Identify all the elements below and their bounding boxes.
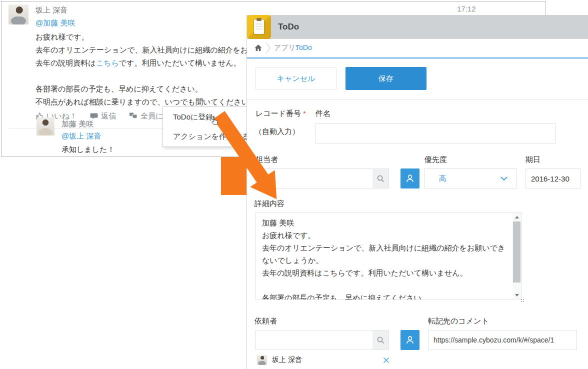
- comment-timestamp: 17:12: [457, 4, 476, 13]
- comment-target-field-box: [428, 330, 577, 350]
- detail-text: 加藤 美咲 お疲れ様です。 去年のオリエンテーションで、新入社員向けに組織の紹介…: [256, 212, 513, 300]
- requester-label: 依頼者: [254, 316, 277, 326]
- clipboard-icon: [254, 20, 264, 34]
- scrollbar-thumb[interactable]: [513, 222, 520, 282]
- resize-grip[interactable]: [520, 298, 525, 303]
- breadcrumb: アプリ: ToDo: [247, 39, 588, 58]
- assignee-label: 担当者: [256, 155, 278, 164]
- avatar: [8, 4, 28, 24]
- action-dropdown-menu: ToDoに登録 アクションを作成する: [162, 106, 248, 147]
- app-title: ToDo: [278, 22, 299, 32]
- breadcrumb-app-prefix: アプリ:: [274, 44, 298, 52]
- screen: 17:12 坂上 深音 @加藤 美咲 お疲れ様です。 去年のオリエンテーションで…: [0, 0, 588, 369]
- reply-author: 加藤 美咲: [62, 120, 94, 129]
- selected-user-name: 坂上 深音: [272, 356, 302, 364]
- kochira-link[interactable]: こちら: [96, 58, 119, 67]
- priority-select[interactable]: 高: [424, 168, 517, 188]
- person-icon: [405, 174, 415, 184]
- detail-label: 詳細内容: [254, 199, 284, 208]
- cancel-button[interactable]: キャンセル: [256, 67, 336, 90]
- divider: [247, 99, 588, 100]
- reply-all-bubbles-icon: [129, 112, 138, 120]
- record-no-value: （自動入力）: [254, 127, 300, 136]
- search-icon: [376, 174, 385, 183]
- comment-target-label: 転記先のコメント: [428, 316, 489, 326]
- requester-picker-button[interactable]: [400, 330, 420, 350]
- requester-selected-user: 坂上 深音: [257, 355, 302, 365]
- scroll-down-button[interactable]: [512, 291, 521, 299]
- post-author: 坂上 深音: [36, 6, 68, 15]
- avatar: [36, 118, 54, 136]
- comment-target-input[interactable]: [428, 330, 576, 350]
- scrollbar[interactable]: [512, 213, 521, 299]
- priority-value: 高: [439, 174, 500, 184]
- due-field-box: [526, 168, 580, 188]
- app-header: ToDo: [247, 15, 588, 39]
- assignee-input[interactable]: [256, 169, 372, 188]
- subject-input[interactable]: [316, 124, 555, 144]
- person-icon: [405, 335, 415, 345]
- menu-item-create-action[interactable]: アクションを作成する: [163, 126, 248, 146]
- search-icon: [376, 336, 385, 344]
- required-mark: *: [303, 109, 306, 118]
- subject-label: 件名: [316, 109, 330, 118]
- home-icon[interactable]: [254, 44, 262, 52]
- mention-link[interactable]: @加藤 美咲: [36, 18, 75, 28]
- breadcrumb-separator-icon: [266, 42, 271, 54]
- chevron-down-icon: [500, 176, 508, 181]
- requester-input[interactable]: [256, 330, 372, 350]
- reply-button[interactable]: 返信: [90, 112, 116, 121]
- scroll-up-button[interactable]: [512, 213, 521, 221]
- breadcrumb-app-link[interactable]: ToDo: [296, 44, 312, 52]
- reply-bubble-icon: [90, 112, 98, 120]
- assignee-search-button[interactable]: [372, 169, 388, 188]
- avatar: [257, 355, 267, 365]
- reply-line-clipped: 早速ToDoに作成しました。分担して対応しましょう！: [62, 154, 246, 157]
- arrow-annotation-tail: [221, 156, 247, 195]
- due-date-input[interactable]: [526, 169, 580, 188]
- todo-app-icon: [247, 15, 271, 39]
- mention-link[interactable]: @坂上 深音: [62, 132, 101, 141]
- assignee-picker-button[interactable]: [400, 168, 420, 188]
- due-label: 期日: [526, 155, 540, 164]
- detail-textarea[interactable]: 加藤 美咲 お疲れ様です。 去年のオリエンテーションで、新入社員向けに組織の紹介…: [256, 212, 522, 300]
- menu-item-register-todo[interactable]: ToDoに登録: [163, 107, 248, 126]
- priority-label: 優先度: [424, 155, 447, 164]
- remove-user-icon[interactable]: [383, 357, 390, 364]
- todo-app-window: ToDo アプリ: ToDo キャンセル 保存 レコード番号* 件名 （自動入力…: [246, 15, 588, 369]
- save-button[interactable]: 保存: [346, 67, 426, 90]
- record-no-label: レコード番号*: [256, 109, 306, 118]
- subject-field-box: [316, 123, 556, 144]
- requester-field-box: [256, 330, 389, 350]
- assignee-field-box: [256, 168, 389, 188]
- requester-search-button[interactable]: [372, 330, 388, 350]
